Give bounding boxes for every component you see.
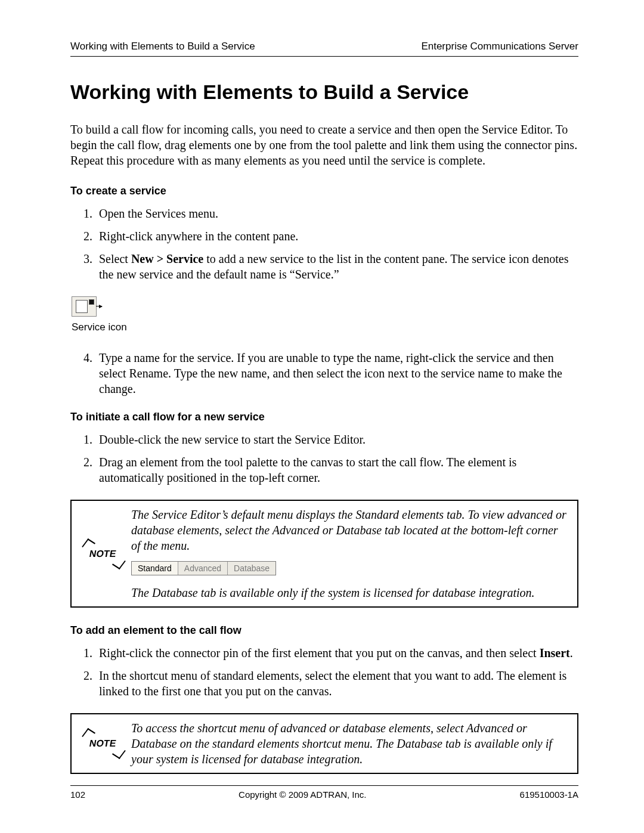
note-paragraph: The Database tab is available only if th… — [131, 585, 568, 600]
footer-copyright: Copyright © 2009 ADTRAN, Inc. — [239, 789, 366, 800]
note-box-editor-tabs: NOTE The Service Editor’s default menu d… — [70, 500, 578, 608]
tab-advanced[interactable]: Advanced — [178, 562, 228, 575]
step-period: . — [570, 646, 573, 659]
list-item: Select New > Service to add a new servic… — [95, 251, 578, 282]
subhead-create-service: To create a service — [70, 185, 578, 197]
footer-rule — [70, 785, 578, 786]
tab-database[interactable]: Database — [228, 562, 275, 575]
steps-create-service-continued: Type a name for the service. If you are … — [70, 350, 578, 397]
subhead-initiate-call-flow: To initiate a call flow for a new servic… — [70, 411, 578, 423]
footer-page-number: 102 — [70, 789, 85, 800]
steps-create-service: Open the Services menu. Right-click anyw… — [70, 206, 578, 282]
list-item: Drag an element from the tool palette to… — [95, 454, 578, 485]
step-bold-new-service: New > Service — [131, 252, 203, 265]
subhead-add-element: To add an element to the call flow — [70, 624, 578, 637]
service-icon-figure: Service icon — [72, 296, 578, 333]
page-footer: 102 Copyright © 2009 ADTRAN, Inc. 619510… — [70, 785, 578, 800]
note-content: The Service Editor’s default menu displa… — [131, 507, 568, 600]
header-left: Working with Elements to Build a Service — [70, 41, 255, 52]
list-item: Double-click the new service to start th… — [95, 432, 578, 447]
note-paragraph: To access the shortcut menu of advanced … — [131, 720, 568, 767]
page-title: Working with Elements to Build a Service — [70, 80, 578, 104]
tab-strip: Standard Advanced Database — [131, 561, 276, 575]
tab-standard[interactable]: Standard — [132, 562, 178, 575]
intro-paragraph: To build a call flow for incoming calls,… — [70, 122, 578, 168]
page-header: Working with Elements to Build a Service… — [70, 41, 578, 56]
list-item: Right-click the connector pin of the fir… — [95, 645, 578, 661]
note-paragraph: The Service Editor’s default menu displa… — [131, 507, 568, 553]
steps-initiate-call-flow: Double-click the new service to start th… — [70, 432, 578, 485]
note-label: NOTE — [88, 738, 120, 749]
header-rule — [70, 56, 578, 57]
step-text: Right-click the connector pin of the fir… — [99, 646, 540, 659]
step-bold-insert: Insert — [540, 646, 570, 659]
service-icon — [72, 296, 97, 317]
service-icon-caption: Service icon — [72, 321, 578, 333]
note-icon: NOTE — [78, 738, 131, 749]
list-item: Open the Services menu. — [95, 206, 578, 221]
footer-doc-id: 619510003-1A — [520, 789, 578, 800]
document-page: Working with Elements to Build a Service… — [0, 0, 644, 833]
note-box-shortcut-menu: NOTE To access the shortcut menu of adva… — [70, 713, 578, 774]
connector-arrow-icon — [96, 306, 102, 307]
note-icon: NOTE — [78, 549, 131, 559]
note-label: NOTE — [88, 549, 120, 559]
list-item: Type a name for the service. If you are … — [95, 350, 578, 397]
footer-row: 102 Copyright © 2009 ADTRAN, Inc. 619510… — [70, 789, 578, 800]
header-right: Enterprise Communications Server — [421, 41, 578, 52]
step-text-prefix: Select — [99, 252, 131, 265]
list-item: In the shortcut menu of standard element… — [95, 668, 578, 699]
steps-add-element: Right-click the connector pin of the fir… — [70, 645, 578, 699]
list-item: Right-click anywhere in the content pane… — [95, 228, 578, 244]
note-content: To access the shortcut menu of advanced … — [131, 720, 568, 767]
